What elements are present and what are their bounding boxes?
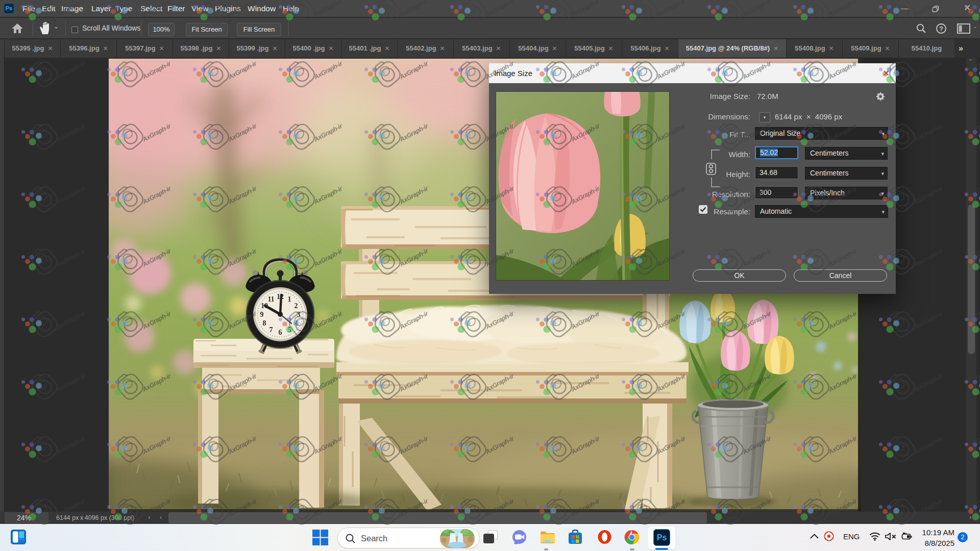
- svg-text:8: 8: [263, 319, 266, 327]
- svg-text:7: 7: [270, 326, 273, 334]
- svg-text:?: ?: [939, 26, 943, 33]
- svg-text:4: 4: [295, 319, 298, 327]
- svg-text:9: 9: [260, 311, 264, 318]
- svg-text:3: 3: [297, 311, 301, 318]
- svg-text:6: 6: [279, 329, 282, 336]
- svg-text:11: 11: [267, 295, 274, 303]
- svg-text:5: 5: [288, 326, 291, 334]
- svg-text:1: 1: [288, 295, 291, 303]
- svg-text:2: 2: [295, 302, 298, 310]
